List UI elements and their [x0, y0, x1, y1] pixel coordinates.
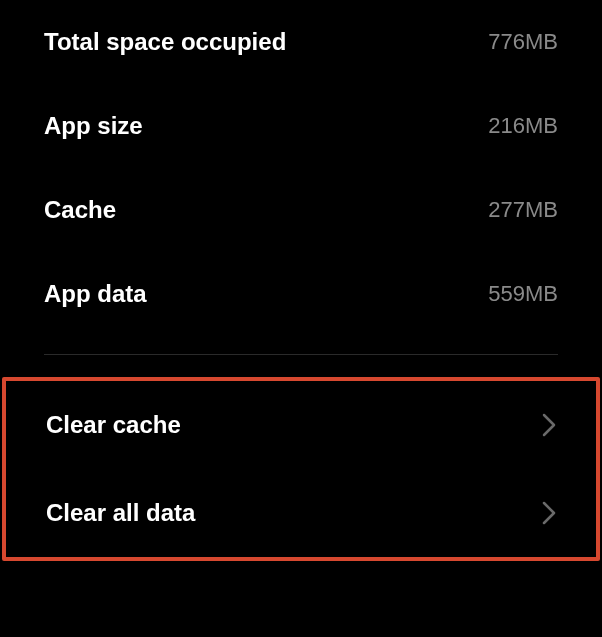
total-space-value: 776MB — [488, 29, 558, 55]
chevron-right-icon — [542, 501, 556, 525]
chevron-right-icon — [542, 413, 556, 437]
clear-cache-label: Clear cache — [46, 411, 181, 439]
action-section: Clear cache Clear all data — [2, 377, 600, 561]
app-size-value: 216MB — [488, 113, 558, 139]
app-data-value: 559MB — [488, 281, 558, 307]
clear-all-data-label: Clear all data — [46, 499, 195, 527]
storage-row-appdata: App data 559MB — [0, 252, 602, 336]
storage-row-total: Total space occupied 776MB — [0, 0, 602, 84]
storage-row-cache: Cache 277MB — [0, 168, 602, 252]
clear-all-data-button[interactable]: Clear all data — [6, 469, 596, 557]
total-space-label: Total space occupied — [44, 28, 286, 56]
cache-label: Cache — [44, 196, 116, 224]
storage-row-appsize: App size 216MB — [0, 84, 602, 168]
app-size-label: App size — [44, 112, 143, 140]
divider — [44, 354, 558, 355]
clear-cache-button[interactable]: Clear cache — [6, 381, 596, 469]
storage-settings: Total space occupied 776MB App size 216M… — [0, 0, 602, 561]
cache-value: 277MB — [488, 197, 558, 223]
app-data-label: App data — [44, 280, 147, 308]
